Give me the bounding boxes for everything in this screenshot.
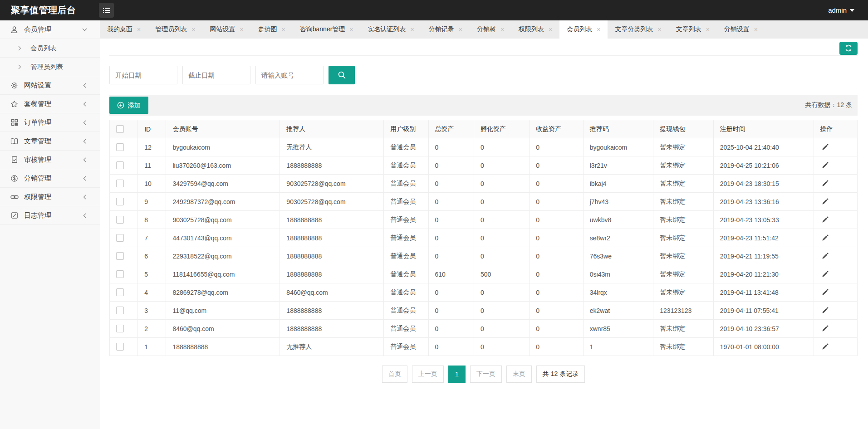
sidebar-item-label: 会员列表 <box>30 44 57 53</box>
sidebar-item-7[interactable]: 审核管理 <box>0 151 100 169</box>
row-checkbox[interactable] <box>116 288 124 296</box>
refresh-button[interactable] <box>839 42 858 55</box>
close-icon[interactable]: × <box>657 26 661 33</box>
close-icon[interactable]: × <box>500 26 504 33</box>
tab-10[interactable]: 文章分类列表× <box>608 20 668 39</box>
table-row: 311@qq.com1888888888普通会员000ek2wat1231231… <box>110 302 858 320</box>
edit-button[interactable] <box>820 306 830 315</box>
row-checkbox[interactable] <box>116 161 124 169</box>
edit-button[interactable] <box>820 179 830 188</box>
row-checkbox[interactable] <box>116 252 124 260</box>
start-date-input[interactable] <box>109 66 177 84</box>
select-all-checkbox[interactable] <box>116 125 124 133</box>
close-icon[interactable]: × <box>191 26 195 33</box>
sidebar-chevron <box>80 120 89 125</box>
close-icon[interactable]: × <box>754 26 758 33</box>
cell-code: xwnr85 <box>583 320 653 338</box>
cell-level: 普通会员 <box>384 265 428 283</box>
sidebar-item-4[interactable]: 套餐管理 <box>0 95 100 113</box>
column-header-action: 操作 <box>814 120 857 138</box>
tab-4[interactable]: 咨询banner管理× <box>293 20 361 39</box>
sidebar-item-2[interactable]: 管理员列表 <box>0 58 100 76</box>
edit-button[interactable] <box>820 215 830 224</box>
row-checkbox[interactable] <box>116 234 124 242</box>
row-checkbox[interactable] <box>116 343 124 351</box>
tab-7[interactable]: 分销树× <box>470 20 511 39</box>
cell-level: 普通会员 <box>384 283 428 302</box>
tab-8[interactable]: 权限列表× <box>511 20 559 39</box>
cell-action <box>814 156 857 175</box>
pagination-item-1[interactable]: 上一页 <box>412 366 444 383</box>
tab-label: 走势图 <box>258 25 277 34</box>
row-checkbox[interactable] <box>116 216 124 224</box>
edit-button[interactable] <box>820 251 830 261</box>
row-checkbox[interactable] <box>116 198 124 205</box>
add-button[interactable]: 添加 <box>109 97 148 114</box>
edit-button[interactable] <box>820 161 830 170</box>
tab-label: 文章分类列表 <box>615 25 653 34</box>
pagination-item-0[interactable]: 首页 <box>382 366 407 383</box>
sidebar-item-6[interactable]: 文章管理 <box>0 132 100 151</box>
close-icon[interactable]: × <box>240 26 243 33</box>
row-checkbox[interactable] <box>116 180 124 187</box>
cell-referrer: 1888888888 <box>280 156 384 175</box>
tab-3[interactable]: 走势图× <box>251 20 293 39</box>
row-checkbox[interactable] <box>116 325 124 332</box>
tab-0[interactable]: 我的桌面× <box>100 20 148 39</box>
cell-id: 7 <box>138 229 166 247</box>
hamburger-button[interactable] <box>99 3 114 18</box>
cell-total: 0 <box>428 247 474 265</box>
edit-button[interactable] <box>820 324 830 333</box>
edit-button[interactable] <box>820 142 830 152</box>
row-checkbox[interactable] <box>116 307 124 314</box>
close-icon[interactable]: × <box>706 26 710 33</box>
sidebar-item-8[interactable]: 分销管理 <box>0 169 100 188</box>
account-input[interactable] <box>255 66 324 84</box>
row-checkbox-cell <box>110 211 138 229</box>
pagination-item-4[interactable]: 末页 <box>506 366 532 383</box>
edit-button[interactable] <box>820 288 830 297</box>
end-date-input[interactable] <box>182 66 250 84</box>
edit-button[interactable] <box>820 233 830 243</box>
edit-button[interactable] <box>820 269 830 279</box>
close-icon[interactable]: × <box>349 26 353 33</box>
row-checkbox[interactable] <box>116 143 124 151</box>
cell-action <box>814 320 857 338</box>
close-icon[interactable]: × <box>597 26 600 33</box>
sidebar-item-5[interactable]: 订单管理 <box>0 113 100 132</box>
cell-hatch: 0 <box>474 175 529 193</box>
tab-6[interactable]: 分销记录× <box>422 20 470 39</box>
column-header-hatch: 孵化资产 <box>474 120 529 138</box>
pagination-item-3[interactable]: 下一页 <box>470 366 502 383</box>
close-icon[interactable]: × <box>549 26 552 33</box>
tab-2[interactable]: 网站设置× <box>202 20 250 39</box>
sidebar-item-1[interactable]: 会员列表 <box>0 39 100 58</box>
cell-time: 2019-04-11 13:41:48 <box>713 283 814 302</box>
sidebar-item-3[interactable]: 网站设置 <box>0 76 100 95</box>
close-icon[interactable]: × <box>459 26 462 33</box>
sidebar-item-label: 日志管理 <box>24 211 51 220</box>
close-icon[interactable]: × <box>137 26 141 33</box>
tab-12[interactable]: 分销设置× <box>717 20 765 39</box>
sidebar-item-9[interactable]: 权限管理 <box>0 188 100 206</box>
close-icon[interactable]: × <box>411 26 414 33</box>
cell-time: 2019-04-10 23:36:57 <box>713 320 814 338</box>
tab-9[interactable]: 会员列表× <box>559 20 608 39</box>
cell-id: 9 <box>138 193 166 211</box>
user-menu[interactable]: admin <box>828 6 854 14</box>
row-checkbox[interactable] <box>116 270 124 278</box>
sidebar-item-10[interactable]: 日志管理 <box>0 206 100 225</box>
search-button[interactable] <box>329 66 355 84</box>
edit-button[interactable] <box>820 197 830 206</box>
tab-1[interactable]: 管理员列表× <box>148 20 202 39</box>
cell-id: 1 <box>138 338 166 356</box>
app-title: 聚享值管理后台 <box>0 4 99 16</box>
cell-account: 34297594@qq.com <box>166 175 280 193</box>
member-table: ID会员账号推荐人用户级别总资产孵化资产收益资产推荐码提现钱包注册时间操作 12… <box>109 120 858 356</box>
tab-11[interactable]: 文章列表× <box>669 20 717 39</box>
pagination-item-2[interactable]: 1 <box>448 366 466 383</box>
close-icon[interactable]: × <box>282 26 285 33</box>
edit-button[interactable] <box>820 342 830 351</box>
sidebar-item-0[interactable]: 会员管理 <box>0 20 100 39</box>
tab-5[interactable]: 实名认证列表× <box>361 20 422 39</box>
